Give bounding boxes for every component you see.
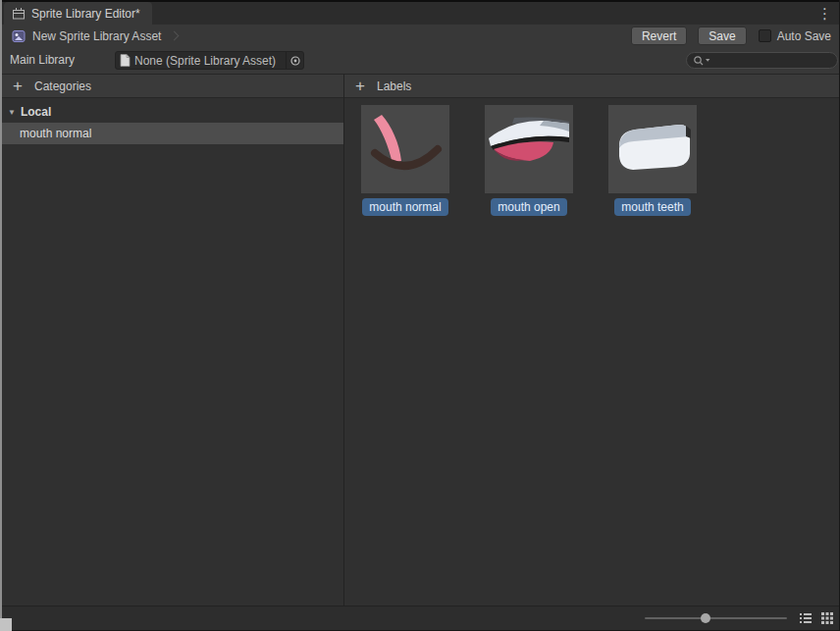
window-edge-left: [0, 0, 2, 631]
categories-header-bar: + Categories: [2, 74, 343, 98]
sprite-label-item-mouth-open[interactable]: mouth open: [485, 105, 573, 216]
sprite-image-mouth-open: [485, 105, 573, 193]
auto-save-checkbox[interactable]: [759, 29, 771, 42]
search-icon: [691, 54, 712, 68]
search-field[interactable]: [686, 52, 838, 69]
main-library-row: Main Library None (Sprite Library Asset): [2, 47, 839, 74]
window-menu-button[interactable]: ⋮: [817, 5, 832, 23]
object-field-value: None (Sprite Library Asset): [134, 54, 276, 68]
category-item-mouth-normal[interactable]: mouth normal: [2, 123, 343, 144]
sprite-label-item-mouth-teeth[interactable]: mouth teeth: [608, 105, 697, 216]
add-label-button[interactable]: +: [352, 79, 368, 94]
sprite-thumbnail-mouth-teeth[interactable]: [608, 105, 697, 193]
local-group-label: Local: [21, 105, 51, 119]
add-category-button[interactable]: +: [10, 79, 26, 94]
toolbar-right-group: Revert Save Auto Save: [620, 26, 839, 45]
list-view-icon[interactable]: [799, 611, 813, 625]
thumbnail-size-slider[interactable]: [645, 606, 787, 630]
sprite-thumbnail-mouth-open[interactable]: [485, 105, 573, 193]
breadcrumb-chevron-icon: [170, 31, 180, 41]
categories-panel: + Categories ▼ Local mouth normal: [2, 74, 344, 605]
sprite-library-editor-tab-icon: [12, 7, 26, 21]
sprite-library-editor-window: Sprite Library Editor* ⋮ New Sprite Libr…: [0, 0, 840, 631]
object-picker-button[interactable]: [286, 52, 303, 69]
object-picker-icon: [289, 55, 301, 67]
sprite-library-asset-icon: [11, 28, 26, 44]
save-button[interactable]: Save: [698, 26, 746, 45]
labels-header-bar: + Labels: [344, 74, 839, 98]
slider-knob[interactable]: [701, 613, 710, 623]
tab-bar: Sprite Library Editor* ⋮: [2, 2, 839, 25]
local-foldout[interactable]: ▼ Local: [2, 101, 343, 123]
labels-grid: mouth normal: [344, 98, 839, 605]
sprite-thumbnail-mouth-normal[interactable]: [361, 105, 449, 193]
grid-view-icon[interactable]: [820, 611, 834, 625]
sprite-label-badge[interactable]: mouth normal: [362, 198, 447, 216]
category-item-label: mouth normal: [20, 127, 91, 140]
sprite-label-badge[interactable]: mouth open: [491, 198, 566, 216]
toolbar: New Sprite Library Asset Revert Save Aut…: [2, 25, 839, 47]
sprite-label-badge[interactable]: mouth teeth: [614, 198, 690, 216]
footer-bar: [2, 605, 839, 630]
slider-track[interactable]: [645, 617, 787, 619]
labels-header: Labels: [377, 79, 411, 93]
sprite-image-mouth-teeth: [608, 105, 697, 193]
auto-save-label: Auto Save: [777, 29, 831, 43]
tab-title: Sprite Library Editor*: [31, 7, 140, 21]
revert-button[interactable]: Revert: [631, 26, 687, 45]
window-edge-top: [0, 0, 840, 2]
main-library-label: Main Library: [10, 53, 75, 67]
tab-sprite-library-editor[interactable]: Sprite Library Editor*: [4, 2, 152, 25]
breadcrumb[interactable]: New Sprite Library Asset: [32, 29, 161, 43]
foldout-arrow-icon: ▼: [8, 108, 16, 117]
categories-list: ▼ Local mouth normal: [2, 98, 343, 605]
sprite-image-mouth-normal: [361, 105, 449, 193]
content-area: + Categories ▼ Local mouth normal + Labe…: [2, 74, 839, 605]
asset-file-icon: [120, 54, 131, 67]
window-resize-corner[interactable]: [0, 618, 12, 631]
labels-panel: + Labels mouth normal: [344, 74, 839, 605]
sprite-label-item-mouth-normal[interactable]: mouth normal: [361, 105, 449, 216]
categories-header: Categories: [34, 79, 91, 93]
main-library-object-field[interactable]: None (Sprite Library Asset): [115, 51, 304, 70]
